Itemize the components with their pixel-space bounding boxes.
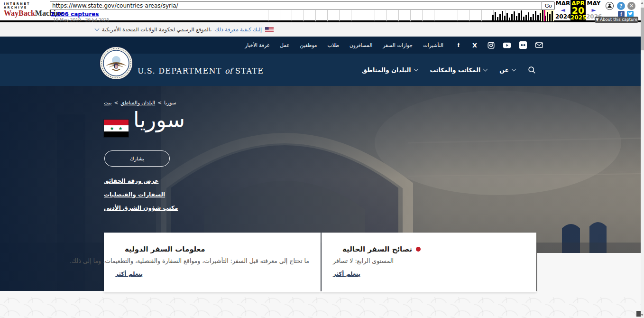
next-capture-arrow[interactable]: ►	[586, 7, 601, 14]
utility-nav-passports[interactable]: جوازات السفر	[383, 42, 413, 48]
nav-countries-areas-label: البلدان والمناطق	[362, 66, 411, 74]
state-department-seal[interactable]	[99, 46, 133, 80]
main-header-bar	[0, 54, 644, 86]
learn-more-link[interactable]: يتعلم أكثر	[333, 271, 360, 277]
scrollbar-thumb[interactable]	[641, 8, 644, 50]
current-month-column: APR 20 2025	[570, 0, 586, 20]
prev-month-column: MAR ◄ 2024	[555, 0, 570, 20]
chevron-down-icon	[414, 66, 418, 71]
account-icon[interactable]	[606, 2, 614, 10]
card-body: ما تحتاج إلى معرفته قبل السفر: التأشيرات…	[115, 257, 309, 264]
go-button[interactable]: Go	[542, 1, 555, 10]
breadcrumb-countries-link[interactable]: البلدان والمناطق	[120, 100, 155, 105]
nav-countries-areas[interactable]: البلدان والمناطق	[362, 66, 418, 74]
help-icon[interactable]: ?	[617, 2, 625, 10]
nav-bureaus-offices[interactable]: المكاتب والمكاتب	[430, 66, 488, 74]
section-background	[537, 253, 641, 291]
search-icon[interactable]	[528, 66, 536, 74]
captures-link[interactable]: 2,006 captures	[51, 11, 99, 18]
current-day-label: 20	[570, 7, 586, 15]
email-icon[interactable]	[535, 41, 543, 49]
wave-pattern-strip	[0, 291, 644, 318]
capture-date-range: 16 May 2019 - 26 Jul 2025	[53, 18, 110, 22]
utility-nav-employees[interactable]: موظفين	[300, 42, 317, 48]
syria-flag: ★★	[104, 120, 129, 137]
capture-sparkline[interactable]	[268, 10, 554, 21]
facebook-icon[interactable]: f	[455, 41, 462, 49]
utility-nav-students[interactable]: طلاب	[327, 42, 339, 48]
nav-about[interactable]: عن	[499, 66, 515, 74]
x-icon[interactable]: X	[471, 41, 478, 49]
banner-chevron-down-icon[interactable]	[95, 27, 100, 31]
breadcrumb: سوريا>البلدان والمناطق>بيت	[104, 100, 176, 105]
nav-bureaus-offices-label: المكاتب والمكاتب	[430, 66, 481, 74]
current-year-label: 2025	[570, 15, 586, 21]
advisory-level-text: المستوى الرابع: لا تسافر	[333, 257, 525, 264]
travel-advisory-card: نصائح السفر الحالية المستوى الرابع: لا ت…	[322, 233, 536, 292]
prev-year-label: 2024	[555, 14, 570, 20]
near-eastern-affairs-link[interactable]: مكتب شؤون الشرق الأدنى	[104, 205, 178, 211]
wayback-machine-wordmark: WayBackMachine	[4, 9, 49, 17]
department-wordmark[interactable]: U.S. DEPARTMENT of STATE	[138, 66, 264, 75]
utility-nav-newsroom[interactable]: غرفة الأخبار	[245, 42, 269, 48]
us-flag-icon	[265, 27, 274, 32]
syria-flag-stars: ★★	[104, 125, 129, 131]
prev-month-label: MAR	[555, 0, 570, 7]
wayback-machine-logo[interactable]: INTERNET ARCHIVE WayBackMachine	[4, 2, 49, 17]
utility-nav: غرفة الأخبار عمل موظفين طلاب المسافرون ج…	[245, 37, 443, 54]
wayback-url-input[interactable]	[50, 1, 542, 10]
usa-official-banner: الموقع الرسمي لحكومة الولايات المتحدة ال…	[0, 22, 644, 37]
chevron-down-icon	[512, 66, 516, 71]
prev-capture-arrow[interactable]: ◄	[555, 7, 570, 14]
social-icons: f X	[455, 37, 543, 54]
advisory-level-dot	[416, 247, 421, 252]
sparkline-current-marker	[544, 10, 545, 21]
chevron-down-icon	[483, 66, 488, 71]
wayback-toolbar: INTERNET ARCHIVE WayBackMachine Go 2,006…	[0, 0, 641, 22]
internet-archive-label: INTERNET ARCHIVE	[4, 2, 49, 9]
card-title: معلومات السفر الدولية	[125, 245, 205, 253]
utility-nav-business[interactable]: عمل	[280, 42, 289, 48]
youtube-icon[interactable]	[503, 41, 511, 49]
international-travel-card: معلومات السفر الدولية ما تحتاج إلى معرفت…	[104, 233, 321, 292]
about-this-capture-button[interactable]: ▼ About this capture	[595, 17, 638, 23]
scroll-down-arrow[interactable]	[641, 314, 644, 316]
utility-nav-travelers[interactable]: المسافرون	[350, 42, 372, 48]
close-toolbar-icon[interactable]: ✕	[627, 2, 635, 10]
card-title: نصائح السفر الحالية	[342, 245, 412, 253]
breadcrumb-current: سوريا	[164, 100, 176, 105]
fact-sheet-link[interactable]: عرض ورقة الحقائق	[104, 178, 158, 184]
instagram-icon[interactable]	[487, 41, 495, 49]
banner-how-link[interactable]: إليك كيفية معرفة ذلك	[215, 27, 262, 33]
scroll-up-arrow[interactable]	[641, 2, 644, 4]
main-nav: البلدان والمناطق المكاتب والمكاتب عن	[362, 54, 536, 86]
breadcrumb-home-link[interactable]: بيت	[104, 100, 111, 105]
utility-nav-visas[interactable]: التأشيرات	[423, 42, 443, 48]
nav-about-label: عن	[499, 66, 509, 74]
share-button[interactable]: يشارك	[104, 150, 170, 167]
learn-more-link[interactable]: يتعلم أكثر	[115, 271, 143, 277]
flickr-icon[interactable]	[519, 41, 527, 49]
page-title: سوريا	[133, 107, 185, 132]
page-scrollbar[interactable]	[641, 0, 644, 318]
next-month-label: MAY	[586, 0, 601, 7]
embassies-consulates-link[interactable]: السفارات والقنصليات	[104, 191, 165, 198]
banner-text: الموقع الرسمي لحكومة الولايات المتحدة ال…	[102, 27, 212, 33]
site-header: غرفة الأخبار عمل موظفين طلاب المسافرون ج…	[0, 37, 644, 86]
